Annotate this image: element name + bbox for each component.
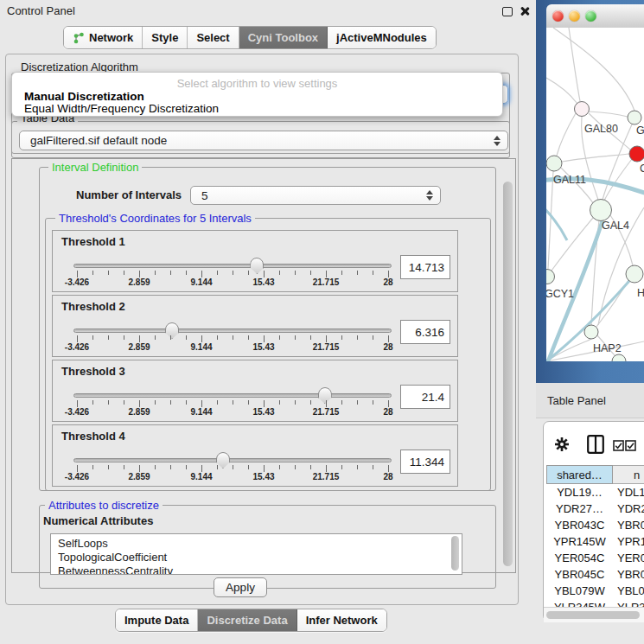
slider-tick xyxy=(264,335,265,342)
slider-thumb[interactable] xyxy=(250,258,264,274)
slider-thumb[interactable] xyxy=(216,452,230,469)
traffic-green-icon[interactable] xyxy=(585,10,596,22)
network-node-h[interactable] xyxy=(626,265,643,283)
slider-tick xyxy=(155,335,156,340)
table-row[interactable]: YDR27…YDR2 xyxy=(546,501,644,517)
table-row[interactable]: YLR345WYLR3 xyxy=(546,599,644,607)
slider-track[interactable] xyxy=(73,264,392,268)
table-row[interactable]: YBL079WYBL0 xyxy=(546,583,644,599)
slider-track[interactable] xyxy=(73,458,392,462)
vertical-scrollbar[interactable] xyxy=(503,182,513,566)
table-data-combobox[interactable]: galFiltered.sif default node xyxy=(19,131,508,150)
checkbox-checked-icon[interactable] xyxy=(625,440,636,451)
slider-tick xyxy=(279,335,280,340)
threshold-panel-3: Threshold 3-3.4262.8599.14415.4321.71528… xyxy=(52,360,458,422)
slider-tick xyxy=(388,400,389,407)
slider-tick xyxy=(341,335,342,340)
column-header-shared-name[interactable]: shared… xyxy=(546,465,613,484)
close-icon[interactable] xyxy=(520,6,530,16)
numerical-attributes-list[interactable]: SelfLoopsTopologicalCoefficientBetweenne… xyxy=(50,533,462,575)
bottom-tab-discretize-data[interactable]: Discretize Data xyxy=(198,609,296,631)
threshold-value-field[interactable]: 21.4 xyxy=(400,385,450,409)
attribute-list-item[interactable]: SelfLoops xyxy=(51,537,462,551)
network-node[interactable] xyxy=(612,354,626,361)
bottom-tab-impute-data[interactable]: Impute Data xyxy=(116,609,198,631)
table-row[interactable]: YER054CYER0 xyxy=(546,550,644,566)
number-of-intervals-combobox[interactable]: 5 xyxy=(190,186,441,205)
slider-tick xyxy=(92,400,93,405)
slider-tick xyxy=(139,271,140,277)
apply-button[interactable]: Apply xyxy=(214,577,267,597)
network-canvas[interactable]: GAL80GACGAL11GAL4GCY1HHAP2 xyxy=(546,28,644,361)
threshold-value-field[interactable]: 6.316 xyxy=(400,320,450,344)
slider-tick xyxy=(139,465,140,472)
network-window-titlebar[interactable] xyxy=(546,4,644,29)
tab-cyni-toolbox[interactable]: Cyni Toolbox xyxy=(239,27,328,48)
slider-track[interactable] xyxy=(73,393,392,398)
column-view-icon[interactable] xyxy=(587,435,604,454)
slider-tick xyxy=(279,400,280,405)
table-panel-header: Table Panel xyxy=(536,383,644,418)
network-node-gcy1[interactable] xyxy=(546,270,555,284)
slider-scale-label: 28 xyxy=(383,342,392,352)
slider-scale-label: 15.43 xyxy=(252,472,274,481)
network-node-ga[interactable] xyxy=(628,111,641,124)
slider-tick xyxy=(108,271,109,275)
slider-tick xyxy=(373,400,373,405)
tab-network[interactable]: Network xyxy=(64,27,143,48)
list-scrollbar[interactable] xyxy=(451,536,459,571)
slider-tick xyxy=(108,465,109,469)
table-row[interactable]: YBR043CYBR0 xyxy=(546,517,644,533)
network-node-label: GAL4 xyxy=(602,220,629,232)
traffic-red-icon[interactable] xyxy=(552,10,564,22)
attribute-list-item[interactable]: BetweennessCentrality xyxy=(51,564,462,575)
slider-scale-label: 9.144 xyxy=(190,407,212,417)
network-node-gal4[interactable] xyxy=(590,200,612,221)
cell-shared-name: YDR27… xyxy=(546,501,613,517)
tab-style[interactable]: Style xyxy=(143,27,188,48)
slider-track[interactable] xyxy=(73,328,392,333)
network-node-gal11[interactable] xyxy=(546,156,562,171)
table-row[interactable]: YPR145WYPR1 xyxy=(546,533,644,550)
gear-icon[interactable] xyxy=(554,437,570,452)
bottom-tab-infer-network[interactable]: Infer Network xyxy=(297,609,386,631)
slider-scale-label: 21.715 xyxy=(313,472,340,481)
tab-select[interactable]: Select xyxy=(188,27,239,48)
tab-jactivemnodules[interactable]: jActiveMNodules xyxy=(328,27,436,48)
slider-tick xyxy=(279,271,280,275)
slider-tick xyxy=(388,271,389,277)
network-node-gal80[interactable] xyxy=(575,102,590,117)
cell-name: YDL1 xyxy=(613,484,644,501)
slider-thumb[interactable] xyxy=(165,322,179,339)
slider-tick xyxy=(201,465,202,472)
network-node-label: GAL11 xyxy=(553,174,586,186)
slider-tick xyxy=(201,335,202,342)
float-icon[interactable] xyxy=(502,7,513,16)
network-node-c[interactable] xyxy=(629,146,644,162)
cell-name: YPR1 xyxy=(613,533,644,550)
attribute-list-item[interactable]: TopologicalCoefficient xyxy=(51,551,462,564)
slider-scale-label: -3.426 xyxy=(65,342,89,352)
slider-tick xyxy=(124,400,124,405)
slider-tick xyxy=(295,271,296,275)
algorithm-option-manual[interactable]: Manual Discretization xyxy=(24,90,144,103)
checkbox-checked-icon[interactable] xyxy=(613,440,624,451)
slider-tick xyxy=(186,335,187,340)
traffic-yellow-icon[interactable] xyxy=(569,10,580,22)
threshold-label: Threshold 2 xyxy=(61,300,125,313)
slider-scale-label: 2.859 xyxy=(128,472,150,481)
slider-tick xyxy=(155,400,156,405)
cell-name: YLR3 xyxy=(613,599,644,607)
table-row[interactable]: YBR045CYBR0 xyxy=(546,566,644,583)
algorithm-option-equal-width[interactable]: Equal Width/Frequency Discretization xyxy=(24,102,219,115)
network-node-hap2[interactable] xyxy=(584,325,598,339)
slider-scale-label: 15.43 xyxy=(252,407,274,417)
slider-thumb[interactable] xyxy=(318,387,332,404)
threshold-value-field[interactable]: 11.344 xyxy=(400,450,450,474)
column-header-name[interactable]: n xyxy=(613,465,644,484)
network-edge xyxy=(589,112,628,117)
table-row[interactable]: YDL19…YDL1 xyxy=(546,484,644,501)
attributes-group-label: Attributes to discretize xyxy=(45,500,163,511)
threshold-value-field[interactable]: 14.713 xyxy=(400,255,450,279)
horizontal-scrollbar[interactable] xyxy=(544,607,644,622)
